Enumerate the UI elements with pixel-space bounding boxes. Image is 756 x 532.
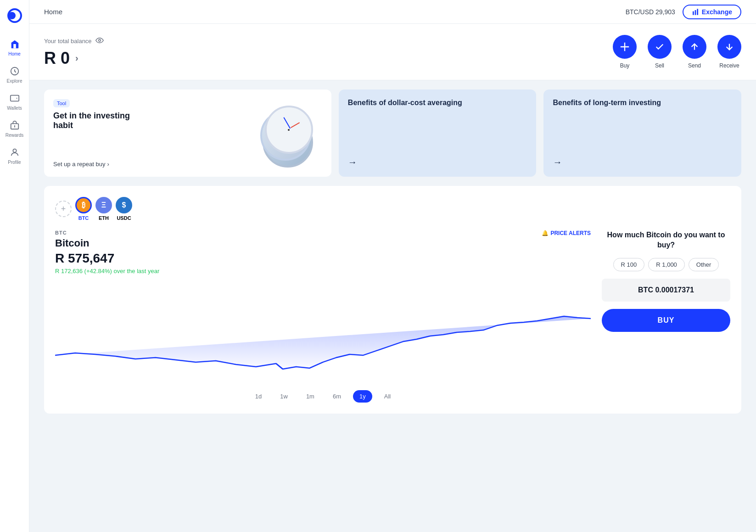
promo-tag: Tool (53, 99, 70, 107)
home-icon (9, 39, 20, 50)
time-tab-1m[interactable]: 1m (300, 390, 321, 403)
balance-actions: Buy Sell Send Receive (613, 35, 741, 69)
topnav: Home BTC/USD 29,903 Exchange (29, 0, 756, 24)
buy-action[interactable]: Buy (613, 35, 637, 69)
coin-tabs: + ₿ BTC Ξ ETH $ USDC (55, 197, 730, 221)
chart-left: BTC Bitcoin R 575,647 R 172,636 (+42.84%… (55, 230, 591, 403)
time-tab-all[interactable]: All (378, 390, 397, 403)
sidebar-item-home[interactable]: Home (2, 35, 28, 60)
buy-panel-title: How much Bitcoin do you want to buy? (602, 230, 730, 251)
balance-label: Your total balance (44, 36, 104, 46)
send-action[interactable]: Send (683, 35, 706, 69)
sidebar-item-rewards-label: Rewards (6, 133, 23, 138)
sell-action-label: Sell (655, 62, 664, 69)
explore-icon (9, 66, 20, 77)
promo-longterm-card[interactable]: Benefits of long-term investing → (543, 90, 741, 177)
promo-main-content: Tool Get in the investing habit Set up a… (53, 99, 145, 168)
svg-point-1 (8, 12, 16, 19)
amount-other[interactable]: Other (689, 258, 719, 271)
usdc-icon: $ (116, 197, 132, 213)
price-alert-button[interactable]: 🔔 PRICE ALERTS (542, 230, 591, 236)
page-title: Home (44, 8, 62, 16)
svg-point-9 (98, 39, 101, 41)
exchange-button[interactable]: Exchange (683, 5, 741, 19)
sidebar-item-wallets-label: Wallets (7, 106, 22, 111)
chevron-right-icon: › (107, 161, 109, 168)
promo-main-card[interactable]: Tool Get in the investing habit Set up a… (44, 90, 331, 177)
exchange-label: Exchange (702, 8, 732, 16)
sidebar-item-home-label: Home (8, 51, 21, 56)
sell-action[interactable]: Sell (648, 35, 672, 69)
app-logo (6, 7, 23, 24)
bitcoin-chart-svg (55, 282, 591, 383)
time-tab-6m[interactable]: 6m (326, 390, 347, 403)
buy-panel: How much Bitcoin do you want to buy? R 1… (602, 230, 730, 403)
time-tab-1d[interactable]: 1d (249, 390, 268, 403)
sidebar-item-explore[interactable]: Explore (2, 62, 28, 87)
coin-tab-eth[interactable]: Ξ ETH (95, 197, 112, 221)
btc-price-display: BTC/USD 29,903 (626, 8, 675, 16)
promo-clock-image (258, 99, 322, 168)
send-icon (683, 35, 706, 59)
coin-tab-usdc[interactable]: $ USDC (116, 197, 132, 221)
receive-action-label: Receive (719, 62, 739, 69)
time-tab-1w[interactable]: 1w (274, 390, 294, 403)
sidebar-item-explore-label: Explore (7, 78, 22, 84)
main-content: Home BTC/USD 29,903 Exchange Your total … (29, 0, 756, 532)
svg-point-5 (13, 149, 16, 152)
balance-amount: R 0 › (44, 49, 104, 68)
usdc-label: USDC (117, 215, 131, 221)
sidebar-item-wallets[interactable]: Wallets (2, 89, 28, 114)
promo-section: Tool Get in the investing habit Set up a… (29, 80, 756, 186)
chart-bar-icon (692, 8, 699, 16)
promo-repeat-buy-link[interactable]: Set up a repeat buy › (53, 161, 145, 168)
topnav-right: BTC/USD 29,903 Exchange (626, 5, 741, 19)
sell-icon (648, 35, 672, 59)
eth-icon: Ξ (95, 197, 112, 213)
chart-time-tabs: 1d 1w 1m 6m 1y All (55, 390, 591, 403)
sidebar: Home Explore Wallets Rewards Profile (0, 0, 29, 532)
promo-dca-title: Benefits of dollar-cost averaging (348, 99, 527, 107)
balance-left: Your total balance R 0 › (44, 36, 104, 68)
btc-amount-display: BTC 0.00017371 (602, 279, 730, 302)
sidebar-item-rewards[interactable]: Rewards (2, 116, 28, 141)
balance-chevron-icon[interactable]: › (75, 53, 78, 63)
buy-icon (613, 35, 637, 59)
chart-change: R 172,636 (+42.84%) over the last year (55, 268, 159, 274)
balance-section: Your total balance R 0 › Buy (29, 24, 756, 80)
chart-coin-label: BTC (55, 230, 159, 235)
chart-content: BTC Bitcoin R 575,647 R 172,636 (+42.84%… (55, 230, 730, 403)
btc-label: BTC (78, 215, 89, 221)
sidebar-item-profile[interactable]: Profile (2, 143, 28, 168)
svg-rect-7 (695, 10, 696, 15)
promo-longterm-arrow[interactable]: → (553, 157, 732, 168)
profile-icon (9, 147, 20, 158)
chart-coin-name: Bitcoin (55, 237, 159, 249)
chart-section: + ₿ BTC Ξ ETH $ USDC BTC (29, 186, 756, 425)
bell-icon: 🔔 (542, 230, 549, 236)
add-coin-button[interactable]: + (55, 201, 72, 217)
buy-button[interactable]: BUY (602, 309, 730, 332)
eye-icon[interactable] (95, 36, 104, 46)
time-tab-1y[interactable]: 1y (353, 390, 372, 403)
rewards-icon (9, 120, 20, 131)
promo-main-title: Get in the investing habit (53, 111, 145, 130)
chart-card: + ₿ BTC Ξ ETH $ USDC BTC (44, 186, 741, 414)
chart-wrapper (55, 282, 591, 383)
receive-action[interactable]: Receive (717, 35, 741, 69)
promo-dca-card[interactable]: Benefits of dollar-cost averaging → (339, 90, 537, 177)
promo-longterm-title: Benefits of long-term investing (553, 99, 732, 107)
svg-rect-6 (693, 11, 694, 15)
wallets-icon (9, 93, 20, 104)
amount-r1000[interactable]: R 1,000 (648, 258, 685, 271)
amount-r100[interactable]: R 100 (613, 258, 645, 271)
send-action-label: Send (688, 62, 701, 69)
promo-dca-arrow[interactable]: → (348, 157, 527, 168)
eth-label: ETH (99, 215, 109, 221)
chart-price: R 575,647 (55, 251, 159, 266)
amount-options: R 100 R 1,000 Other (602, 258, 730, 271)
coin-tab-btc[interactable]: ₿ BTC (75, 197, 92, 221)
buy-action-label: Buy (620, 62, 630, 69)
btc-icon: ₿ (75, 197, 92, 213)
sidebar-item-profile-label: Profile (8, 160, 21, 165)
